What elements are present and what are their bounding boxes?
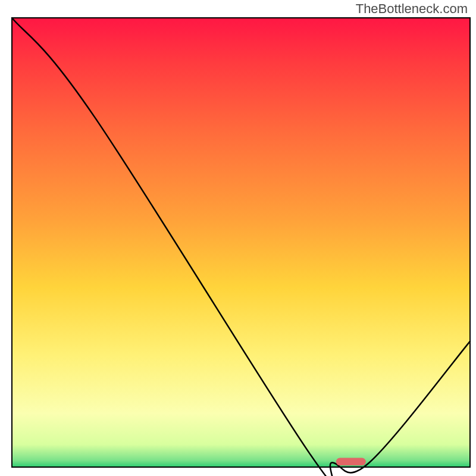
optimal-marker: [336, 458, 366, 466]
bottleneck-chart: [0, 0, 476, 476]
gradient-background: [12, 18, 470, 467]
chart-container: TheBottleneck.com: [0, 0, 476, 476]
watermark-text: TheBottleneck.com: [356, 1, 468, 17]
